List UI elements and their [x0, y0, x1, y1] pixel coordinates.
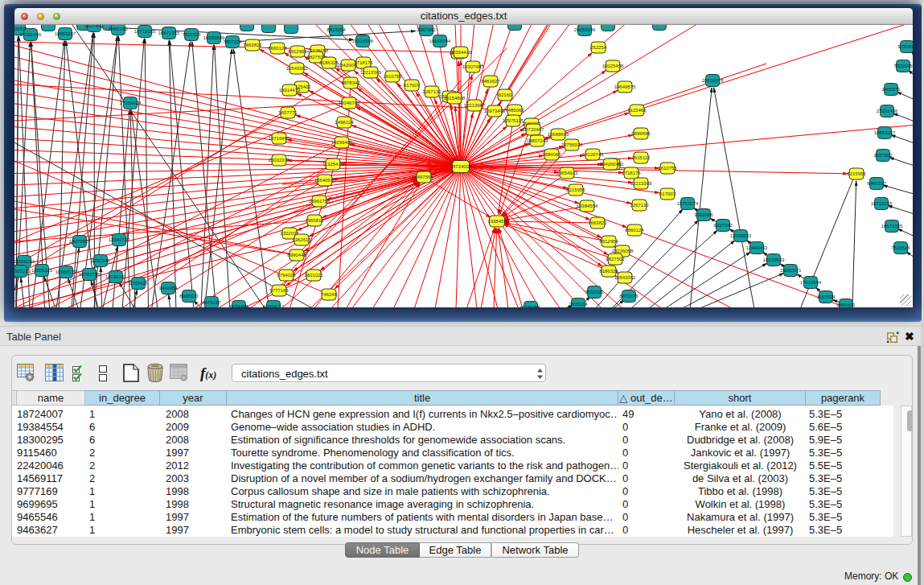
svg-text:8215955: 8215955	[847, 171, 866, 176]
svg-text:20206578: 20206578	[702, 78, 724, 83]
svg-text:1821022: 1821022	[304, 273, 323, 278]
svg-text:1362615: 1362615	[292, 237, 311, 242]
svg-text:2935114: 2935114	[569, 302, 589, 307]
svg-text:8660124: 8660124	[268, 46, 287, 51]
svg-text:2718176: 2718176	[622, 171, 641, 175]
svg-text:11325419: 11325419	[322, 162, 344, 167]
svg-text:23420046: 23420046	[600, 162, 622, 167]
svg-text:8471676: 8471676	[619, 294, 639, 299]
svg-text:7955812: 7955812	[305, 218, 324, 223]
svg-text:12213967: 12213967	[464, 103, 486, 108]
svg-text:12444153: 12444153	[746, 245, 768, 250]
svg-text:7663822: 7663822	[588, 220, 607, 225]
svg-text:8186328: 8186328	[599, 269, 618, 274]
svg-text:16033809: 16033809	[203, 35, 225, 40]
svg-text:16961758: 16961758	[309, 199, 331, 204]
svg-text:10719155: 10719155	[871, 201, 893, 206]
svg-text:9245052: 9245052	[521, 305, 540, 307]
svg-text:18807249: 18807249	[527, 138, 548, 143]
svg-text:6479197: 6479197	[202, 300, 221, 305]
svg-text:7857224: 7857224	[223, 39, 242, 44]
svg-text:6497568: 6497568	[414, 175, 433, 179]
svg-text:17010504: 17010504	[800, 280, 822, 285]
svg-text:9474444: 9474444	[229, 304, 248, 307]
svg-text:12093832: 12093832	[730, 233, 752, 238]
svg-text:16914479: 16914479	[279, 88, 301, 93]
svg-text:2718176: 2718176	[354, 60, 373, 65]
svg-text:9329966: 9329966	[694, 212, 713, 217]
svg-text:7485063: 7485063	[505, 108, 524, 113]
svg-text:746246: 746246	[321, 292, 338, 297]
svg-text:10973493: 10973493	[484, 109, 506, 113]
svg-text:10210643: 10210643	[763, 257, 785, 262]
svg-text:10688609: 10688609	[548, 132, 569, 137]
svg-text:10543362: 10543362	[614, 275, 636, 280]
svg-text:20756928: 20756928	[561, 142, 583, 147]
svg-text:8912954: 8912954	[599, 239, 618, 244]
svg-text:14649575: 14649575	[614, 84, 636, 89]
svg-text:2660651: 2660651	[836, 303, 856, 307]
svg-text:7632021: 7632021	[585, 290, 604, 295]
svg-text:8912954: 8912954	[288, 49, 307, 54]
svg-text:15751074: 15751074	[677, 201, 699, 206]
svg-text:10025458: 10025458	[602, 64, 624, 68]
svg-text:10958177: 10958177	[55, 270, 77, 274]
svg-text:1405571: 1405571	[881, 87, 901, 92]
svg-text:6466160: 6466160	[109, 27, 128, 31]
svg-text:9463627: 9463627	[481, 79, 500, 84]
svg-text:12505115: 12505115	[31, 268, 53, 273]
svg-text:11568294: 11568294	[14, 259, 35, 264]
svg-text:15640910: 15640910	[314, 178, 336, 183]
svg-text:7515526: 7515526	[891, 245, 910, 250]
svg-text:12975115: 12975115	[503, 118, 524, 123]
svg-text:13716485: 13716485	[269, 136, 290, 141]
svg-text:1440954: 1440954	[158, 286, 178, 290]
svg-text:7922045: 7922045	[893, 64, 913, 68]
svg-text:10543362: 10543362	[286, 66, 308, 71]
svg-text:18724007: 18724007	[450, 164, 472, 169]
svg-text:16154808: 16154808	[444, 96, 466, 101]
svg-text:617003: 617003	[659, 192, 676, 196]
svg-text:3267130: 3267130	[630, 203, 649, 208]
svg-text:10782759: 10782759	[79, 272, 101, 277]
svg-text:10671355: 10671355	[158, 31, 180, 35]
svg-text:10654112: 10654112	[263, 304, 285, 307]
svg-text:14136141: 14136141	[105, 274, 127, 279]
svg-text:1167534: 1167534	[817, 295, 836, 299]
svg-text:19218506: 19218506	[352, 39, 374, 43]
svg-text:1498224: 1498224	[335, 120, 354, 125]
svg-text:27091406: 27091406	[877, 109, 898, 113]
svg-text:9699695: 9699695	[631, 131, 651, 136]
svg-text:15692971: 15692971	[780, 268, 802, 273]
svg-text:5878342: 5878342	[341, 80, 360, 85]
svg-text:17359924: 17359924	[120, 101, 142, 105]
svg-text:7663822: 7663822	[243, 43, 262, 47]
svg-text:8938923: 8938923	[179, 294, 199, 299]
svg-text:1615112: 1615112	[632, 155, 651, 160]
svg-text:14099485: 14099485	[331, 140, 353, 145]
svg-text:6466160: 6466160	[867, 181, 886, 186]
svg-text:9684067: 9684067	[542, 152, 561, 157]
svg-text:1938453: 1938453	[487, 219, 507, 224]
svg-text:1610755: 1610755	[383, 74, 402, 79]
svg-text:23002375: 23002375	[269, 158, 290, 163]
svg-text:10671355: 10671355	[881, 224, 903, 229]
svg-text:9115460: 9115460	[628, 108, 647, 113]
svg-text:10853267: 10853267	[55, 31, 76, 36]
svg-text:9777169: 9777169	[269, 288, 289, 293]
svg-text:20364416: 20364416	[450, 50, 472, 55]
svg-text:6794028: 6794028	[277, 273, 296, 278]
svg-text:12213369: 12213369	[360, 70, 382, 75]
svg-text:12213369: 12213369	[630, 181, 652, 186]
svg-text:10720407: 10720407	[523, 127, 544, 132]
svg-text:1527602: 1527602	[84, 25, 104, 28]
svg-text:10120746: 10120746	[582, 152, 604, 157]
svg-text:7515526: 7515526	[182, 32, 201, 37]
svg-text:17957223: 17957223	[14, 269, 31, 274]
svg-text:9827502: 9827502	[606, 257, 625, 262]
svg-text:9657771: 9657771	[278, 110, 298, 115]
svg-text:20053346: 20053346	[574, 27, 596, 32]
svg-text:1733426: 1733426	[129, 281, 148, 286]
svg-text:8813054: 8813054	[326, 27, 346, 32]
svg-text:617003: 617003	[404, 83, 421, 88]
